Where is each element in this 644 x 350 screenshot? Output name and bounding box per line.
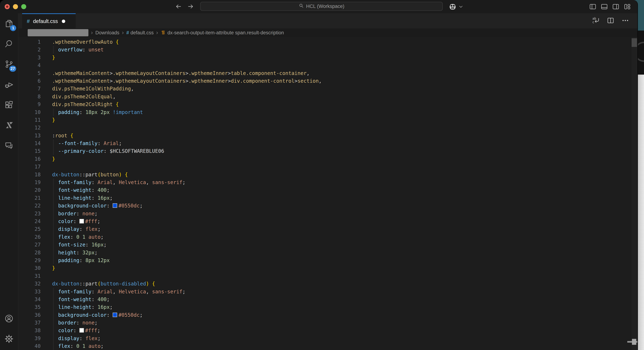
- code-text: font-family: Arial, Helvetica, sans-seri…: [52, 288, 186, 295]
- code-line[interactable]: 6.wpthemeMainContent>.wpthemeLayoutConta…: [18, 77, 637, 85]
- color-swatch[interactable]: [80, 219, 84, 223]
- toggle-primary-sidebar-icon[interactable]: [589, 3, 597, 11]
- code-line[interactable]: 22 background-color: #0550dc;: [18, 202, 637, 210]
- color-swatch[interactable]: [80, 328, 84, 332]
- sidebar-item-settings[interactable]: [0, 329, 18, 349]
- code-line[interactable]: 15 --primary-color: $HCLSOFTWAREBLUE06: [18, 147, 637, 155]
- code-line[interactable]: 38 color: #fff;: [18, 327, 637, 334]
- split-editor-icon[interactable]: [606, 16, 615, 25]
- indent-guide: [53, 342, 54, 350]
- tab-label: default.css: [33, 18, 58, 24]
- code-text: flex: 0 1 auto;: [52, 342, 104, 350]
- maximize-button[interactable]: [21, 4, 26, 9]
- line-number: 2: [18, 46, 40, 54]
- line-number: 35: [18, 303, 40, 311]
- history-nav: [175, 3, 194, 11]
- code-line[interactable]: 37 border: none;: [18, 319, 637, 327]
- code-line[interactable]: 34 font-weight: 400;: [18, 295, 637, 303]
- toggle-secondary-sidebar-icon[interactable]: [612, 3, 620, 11]
- sidebar-item-accounts[interactable]: [0, 309, 18, 329]
- code-line[interactable]: 16}: [18, 155, 637, 163]
- code-line[interactable]: 5.wpthemeMainContent>.wpthemeLayoutConta…: [18, 69, 637, 77]
- sidebar-item-source-control[interactable]: 27: [0, 54, 18, 75]
- forward-arrow-icon[interactable]: [187, 3, 194, 11]
- scrollbar-track[interactable]: [631, 37, 637, 350]
- code-line[interactable]: 35 line-height: 16px;: [18, 303, 637, 311]
- code-line[interactable]: 32dx-button::part(button-disabled) {: [18, 280, 637, 288]
- toggle-panel-icon[interactable]: [600, 3, 608, 11]
- line-number: 11: [18, 116, 40, 124]
- close-button[interactable]: [5, 4, 10, 9]
- scrollbar-thumb[interactable]: [632, 38, 637, 47]
- code-line[interactable]: 31: [18, 272, 637, 280]
- code-line[interactable]: 9div.psTheme2ColRight {: [18, 101, 637, 108]
- sidebar-item-explorer[interactable]: 1: [0, 14, 18, 34]
- code-line[interactable]: 8div.psTheme2ColEqual,: [18, 93, 637, 101]
- line-number: 31: [18, 272, 40, 280]
- indent-guide: [53, 295, 54, 303]
- code-line[interactable]: 26 flex: 0 1 auto;: [18, 233, 637, 241]
- copilot-menu[interactable]: [448, 3, 463, 11]
- code-line[interactable]: 40 flex: 0 1 auto;: [18, 342, 637, 350]
- breadcrumb-default.css[interactable]: #default.css: [126, 30, 154, 36]
- code-line[interactable]: 7div.psTheme1ColWithPadding,: [18, 85, 637, 93]
- indent-guide: [53, 202, 54, 210]
- code-line[interactable]: 21 line-height: 16px;: [18, 194, 637, 202]
- breadcrumb-dx-search-output-item-attribute[interactable]: dx-search-output-item-attribute span.res…: [161, 30, 284, 36]
- code-line[interactable]: 13:root {: [18, 132, 637, 140]
- code-line[interactable]: 25 display: flex;: [18, 225, 637, 233]
- code-line[interactable]: 36 background-color: #0550dc;: [18, 311, 637, 319]
- code-line[interactable]: 28 height: 32px;: [18, 249, 637, 256]
- code-line[interactable]: 14 --font-family: Arial;: [18, 140, 637, 147]
- color-swatch[interactable]: [113, 313, 117, 317]
- code-line[interactable]: 12: [18, 124, 637, 132]
- line-number: 27: [18, 241, 40, 249]
- sidebar-item-run-debug[interactable]: [0, 75, 18, 95]
- sidebar-item-extensions[interactable]: [0, 95, 18, 115]
- code-line[interactable]: 18dx-button::part(button) {: [18, 171, 637, 179]
- code-line[interactable]: 20 font-weight: 400;: [18, 186, 637, 194]
- customize-layout-icon[interactable]: [623, 3, 631, 11]
- code-line[interactable]: 1.wpthemeOverflowAuto {: [18, 38, 637, 46]
- code-line[interactable]: 30}: [18, 264, 637, 272]
- code-line[interactable]: 39 display: flex;: [18, 334, 637, 342]
- sidebar-item-search[interactable]: [0, 34, 18, 54]
- chevron-right-icon: ›: [91, 30, 93, 35]
- unsaved-changes-dot[interactable]: [62, 20, 65, 23]
- back-arrow-icon[interactable]: [175, 3, 182, 11]
- code-line[interactable]: 27 font-size: 16px;: [18, 241, 637, 249]
- command-center[interactable]: HCL (Workspace): [200, 2, 443, 11]
- code-line[interactable]: 10 padding: 18px 2px !important: [18, 108, 637, 116]
- code-line[interactable]: 33 font-family: Arial, Helvetica, sans-s…: [18, 288, 637, 295]
- code-editor[interactable]: 1.wpthemeOverflowAuto {2 overflow: unset…: [18, 37, 637, 350]
- code-line[interactable]: 3}: [18, 54, 637, 62]
- code-line[interactable]: 11}: [18, 116, 637, 124]
- search-icon: [298, 3, 304, 10]
- more-actions-icon[interactable]: [621, 16, 630, 25]
- code-line[interactable]: 19 font-family: Arial, Helvetica, sans-s…: [18, 179, 637, 186]
- breadcrumb-redacted[interactable]: [28, 29, 88, 36]
- tab-actions: abc: [592, 13, 630, 29]
- tab-default-css[interactable]: # default.css: [22, 13, 76, 29]
- breadcrumb-label: Downloads: [96, 30, 120, 36]
- sidebar-item-comments[interactable]: [0, 136, 18, 156]
- breadcrumbs: ›Downloads›#default.css›dx-search-output…: [18, 29, 637, 37]
- indent-guide: [53, 256, 54, 264]
- code-line[interactable]: 2 overflow: unset: [18, 46, 637, 54]
- code-line[interactable]: 24 color: #fff;: [18, 217, 637, 225]
- sidebar-item-x-logo-extension[interactable]: [0, 115, 18, 136]
- line-number: 21: [18, 194, 40, 202]
- code-text: }: [52, 264, 55, 272]
- code-line[interactable]: 29 padding: 8px 12px: [18, 256, 637, 264]
- code-text: dx-button::part(button) {: [52, 171, 128, 179]
- minimize-button[interactable]: [13, 4, 18, 9]
- css-language-icon: #: [126, 30, 129, 36]
- indent-guide: [53, 140, 54, 147]
- code-line[interactable]: 23 border: none;: [18, 210, 637, 217]
- code-line[interactable]: 4: [18, 62, 637, 69]
- color-swatch[interactable]: [113, 203, 117, 208]
- line-number: 34: [18, 295, 40, 303]
- code-line[interactable]: 17: [18, 163, 637, 171]
- breadcrumb-Downloads[interactable]: Downloads: [96, 30, 120, 36]
- word-wrap-icon[interactable]: abc: [592, 16, 600, 25]
